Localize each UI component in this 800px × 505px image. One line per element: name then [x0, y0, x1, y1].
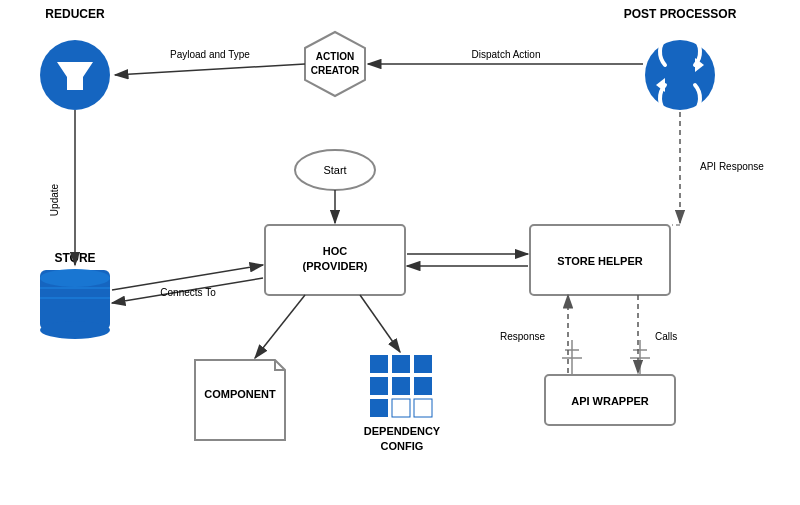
- label-response: Response: [500, 331, 545, 342]
- dep-sq7: [370, 399, 388, 417]
- hoc-label2: (PROVIDER): [303, 260, 368, 272]
- post-processor-label: POST PROCESSOR: [624, 7, 737, 21]
- action-creator-box: [305, 32, 365, 96]
- hoc-label1: HOC: [323, 245, 348, 257]
- store-helper-label: STORE HELPER: [557, 255, 642, 267]
- dep-sq3: [414, 355, 432, 373]
- dep-sq9: [414, 399, 432, 417]
- arrow-hoc-component: [255, 295, 305, 358]
- label-update: Update: [49, 183, 60, 216]
- label-dispatch-action: Dispatch Action: [472, 49, 541, 60]
- architecture-diagram: REDUCER ACTION CREATOR POST PROCESSOR ST…: [0, 0, 800, 505]
- action-creator-label2: CREATOR: [311, 65, 360, 76]
- dep-sq1: [370, 355, 388, 373]
- label-api-response: API Response: [700, 161, 764, 172]
- dep-sq4: [370, 377, 388, 395]
- store-bottom: [40, 321, 110, 339]
- reducer-label: REDUCER: [45, 7, 105, 21]
- label-payload-type: Payload and Type: [170, 49, 250, 60]
- dep-sq8: [392, 399, 410, 417]
- post-processor-icon: [645, 40, 715, 110]
- store-top: [40, 269, 110, 287]
- start-label: Start: [323, 164, 346, 176]
- component-box: [195, 360, 285, 440]
- component-label: COMPONENT: [204, 388, 276, 400]
- dep-sq5: [392, 377, 410, 395]
- dep-config-label2: CONFIG: [381, 440, 424, 452]
- dep-sq2: [392, 355, 410, 373]
- dep-sq6: [414, 377, 432, 395]
- action-creator-label1: ACTION: [316, 51, 354, 62]
- arrow-hoc-dep: [360, 295, 400, 352]
- arrow-payload-type: [115, 64, 305, 75]
- api-wrapper-label: API WRAPPER: [571, 395, 649, 407]
- label-connects-to: Connects To: [160, 287, 216, 298]
- dep-config-label1: DEPENDENCY: [364, 425, 441, 437]
- label-calls: Calls: [655, 331, 677, 342]
